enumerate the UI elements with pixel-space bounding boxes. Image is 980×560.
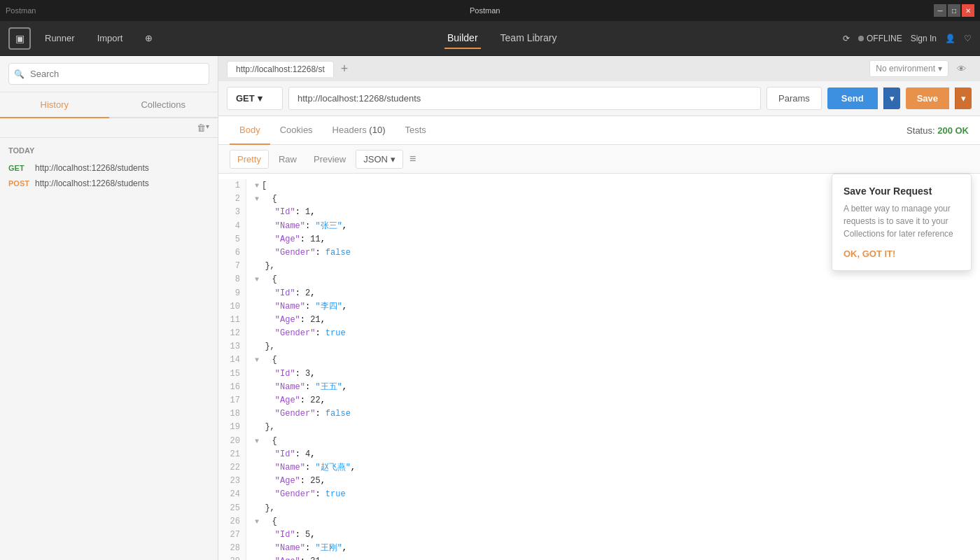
fold-button[interactable]: ▼ (255, 195, 259, 203)
list-item[interactable]: POST http://localhost:12268/students (8, 176, 209, 191)
runner-button[interactable]: Runner (36, 29, 83, 48)
line-number: 19 (224, 421, 240, 434)
json-number: 25 (310, 476, 320, 486)
line-number: 1 (224, 179, 240, 192)
line-number: 6 (224, 246, 240, 260)
json-bracket: { (262, 274, 277, 284)
save-dropdown-button[interactable]: ▾ (955, 88, 972, 109)
code-line: ▼ { (255, 515, 972, 528)
list-item[interactable]: GET http://localhost:12268/students (8, 160, 209, 176)
json-string: "李四" (315, 302, 342, 312)
tab-body[interactable]: Body (230, 116, 270, 145)
view-pretty-button[interactable]: Pretty (230, 150, 269, 169)
code-line: "Age": 21, (255, 314, 972, 327)
tab-cookies[interactable]: Cookies (270, 116, 323, 145)
view-raw-button[interactable]: Raw (272, 150, 304, 168)
heart-button[interactable]: ♡ (964, 34, 972, 43)
fold-button[interactable]: ▼ (255, 356, 259, 364)
line-number: 10 (224, 300, 240, 314)
json-key: "Id" (275, 449, 295, 459)
code-line: "Gender": false (255, 407, 972, 421)
tab-team-library[interactable]: Team Library (498, 28, 560, 49)
line-number: 12 (224, 327, 240, 340)
url-input[interactable] (288, 87, 761, 110)
minimize-button[interactable]: ─ (934, 4, 946, 17)
env-selector[interactable]: No environment ▾ (869, 60, 948, 77)
offline-button[interactable]: OFFLINE (858, 34, 902, 43)
line-number: 17 (224, 394, 240, 407)
trash-icon[interactable]: 🗑 (197, 122, 206, 133)
json-bracket: }, (255, 422, 275, 432)
json-key: "Id" (275, 369, 295, 379)
chevron-down-icon[interactable]: ▾ (206, 122, 209, 133)
wrap-button[interactable]: ≡ (406, 149, 419, 169)
history-url: http://localhost:12268/students (35, 163, 149, 173)
import-button[interactable]: Import (89, 29, 132, 48)
new-tab-button[interactable]: ⊕ (136, 29, 161, 48)
main-layout: 🔍 History Collections 🗑 ▾ Today GET http… (0, 56, 980, 560)
json-key: "Id" (275, 207, 295, 217)
line-number: 16 (224, 381, 240, 394)
json-string: "赵飞燕" (315, 463, 350, 472)
params-button[interactable]: Params (766, 87, 822, 110)
json-bool: false (326, 409, 351, 419)
tab-history[interactable]: History (0, 92, 109, 118)
code-line: "Age": 25, (255, 475, 972, 488)
user-button[interactable]: 👤 (945, 34, 955, 43)
code-line: "Gender": true (255, 327, 972, 340)
send-button[interactable]: Send (827, 88, 878, 109)
sync-button[interactable]: ⟳ (843, 34, 850, 43)
json-key: "Name" (275, 302, 305, 312)
fold-button[interactable]: ▼ (255, 438, 259, 445)
tab-builder[interactable]: Builder (444, 28, 481, 49)
status-badge: 200 OK (937, 125, 969, 136)
method-get-label: GET (8, 164, 31, 172)
send-dropdown-button[interactable]: ▾ (883, 88, 900, 109)
line-number: 23 (224, 475, 240, 488)
json-number: 1 (305, 207, 310, 217)
fold-button[interactable]: ▼ (255, 182, 259, 190)
json-key: "Age" (275, 556, 300, 560)
maximize-button[interactable]: □ (948, 4, 960, 17)
app-logo: ▣ (8, 27, 31, 50)
code-line: "Name": "王五", (255, 381, 972, 394)
save-button[interactable]: Save (906, 88, 949, 109)
section-label: Today (8, 146, 209, 155)
line-number: 14 (224, 354, 240, 367)
json-key: "Id" (275, 530, 295, 540)
code-line: ▼ { (255, 435, 972, 448)
json-key: "Age" (275, 234, 300, 244)
fold-button[interactable]: ▼ (255, 276, 259, 284)
tab-tests[interactable]: Tests (395, 116, 435, 145)
tab-collections[interactable]: Collections (109, 92, 218, 118)
json-bracket: { (262, 355, 277, 365)
eye-button[interactable]: 👁 (951, 61, 972, 77)
json-bracket: }, (255, 261, 275, 271)
code-line: "Id": 5, (255, 528, 972, 542)
format-select[interactable]: JSON ▾ (356, 150, 403, 169)
line-number: 24 (224, 488, 240, 501)
titlebar-title: Postman (36, 6, 934, 15)
content-area: http://localhost:12268/st + No environme… (218, 56, 980, 560)
json-number: 31 (310, 556, 320, 560)
view-preview-button[interactable]: Preview (307, 150, 353, 168)
method-post-label: POST (8, 179, 31, 188)
line-number: 13 (224, 340, 240, 354)
json-bracket: { (262, 436, 277, 446)
url-tab[interactable]: http://localhost:12268/st (227, 61, 334, 77)
search-input[interactable] (8, 63, 209, 85)
sidebar-content: Today GET http://localhost:12268/student… (0, 138, 218, 560)
close-button[interactable]: ✕ (962, 4, 974, 17)
tab-headers[interactable]: Headers (10) (323, 116, 396, 145)
signin-button[interactable]: Sign In (911, 34, 937, 43)
tooltip-ok-button[interactable]: OK, GOT IT! (844, 248, 895, 259)
fold-button[interactable]: ▼ (255, 518, 259, 526)
json-key: "Name" (275, 221, 305, 231)
appbar-right: ⟳ OFFLINE Sign In 👤 ♡ (843, 34, 972, 43)
json-bracket: { (262, 517, 277, 526)
method-select[interactable]: GET ▾ (227, 87, 283, 110)
response-tabs: Body Cookies Headers (10) Tests Status: … (218, 116, 980, 145)
code-line: "Gender": true (255, 488, 972, 501)
add-tab-button[interactable]: + (337, 60, 353, 78)
line-number: 8 (224, 273, 240, 286)
